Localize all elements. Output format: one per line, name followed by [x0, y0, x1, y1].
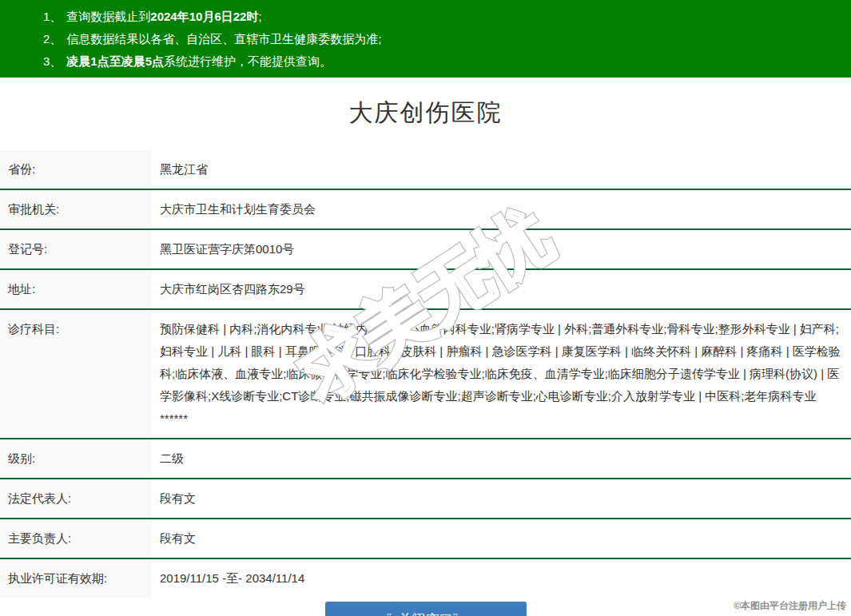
- row-label: 审批机关:: [0, 189, 152, 229]
- info-table-body: 省份:黑龙江省审批机关:大庆市卫生和计划生育委员会登记号:黑卫医证营字庆第001…: [0, 150, 851, 598]
- row-label: 省份:: [0, 150, 152, 189]
- title-area: 大庆创伤医院: [0, 77, 851, 150]
- table-row: 登记号:黑卫医证营字庆第0010号: [0, 229, 851, 269]
- row-value: 大庆市卫生和计划生育委员会: [152, 189, 851, 229]
- close-window-button[interactable]: 〖关闭窗口〗: [325, 602, 527, 616]
- row-value: 黑龙江省: [152, 150, 851, 189]
- notice-number: 1、: [43, 10, 62, 23]
- notice-item-1: 1、查询数据截止到2024年10月6日22时;: [43, 6, 843, 28]
- table-row: 审批机关:大庆市卫生和计划生育委员会: [0, 189, 851, 229]
- table-row: 级别:二级: [0, 439, 851, 479]
- notice-text: 信息数据结果以各省、自治区、直辖市卫生健康委数据为准;: [66, 32, 381, 46]
- notice-item-2: 2、信息数据结果以各省、自治区、直辖市卫生健康委数据为准;: [43, 28, 843, 50]
- row-value: 段有文: [152, 519, 851, 558]
- notice-text-bold: 凌晨1点至凌晨5点: [66, 54, 164, 68]
- table-row: 地址:大庆市红岗区杏四路东29号: [0, 269, 851, 309]
- button-row: 〖关闭窗口〗: [0, 602, 851, 616]
- notice-text: 系统进行维护，不能提供查询。: [164, 54, 332, 68]
- notice-number: 2、: [43, 32, 62, 46]
- row-label: 地址:: [0, 269, 152, 309]
- table-row: 法定代表人:段有文: [0, 479, 851, 519]
- row-value: 二级: [152, 439, 851, 479]
- notice-text-bold: 2024年10月6日22时: [150, 10, 258, 23]
- row-value: 2019/11/15 -至- 2034/11/14: [152, 558, 851, 598]
- row-label: 级别:: [0, 439, 152, 479]
- row-label: 执业许可证有效期:: [0, 558, 152, 598]
- notice-banner: 1、查询数据截止到2024年10月6日22时; 2、信息数据结果以各省、自治区、…: [0, 0, 851, 77]
- notice-text: 查询数据截止到: [66, 10, 150, 23]
- hospital-info-table: 省份:黑龙江省审批机关:大庆市卫生和计划生育委员会登记号:黑卫医证营字庆第001…: [0, 150, 851, 598]
- row-value: 黑卫医证营字庆第0010号: [152, 229, 851, 269]
- row-label: 法定代表人:: [0, 479, 152, 519]
- row-value: 大庆市红岗区杏四路东29号: [152, 269, 851, 309]
- row-label: 主要负责人:: [0, 519, 152, 558]
- page-title: 大庆创伤医院: [349, 97, 503, 129]
- row-value: 段有文: [152, 479, 851, 519]
- row-label: 诊疗科目:: [0, 309, 152, 439]
- notice-number: 3、: [43, 54, 62, 68]
- notice-text: ;: [258, 10, 261, 23]
- table-row: 诊疗科目:预防保健科 | 内科;消化内科专业;神经内科专业;心血管内科专业;肾病…: [0, 309, 851, 439]
- table-row: 执业许可证有效期:2019/11/15 -至- 2034/11/14: [0, 558, 851, 598]
- table-row: 主要负责人:段有文: [0, 519, 851, 558]
- row-value: 预防保健科 | 内科;消化内科专业;神经内科专业;心血管内科专业;肾病学专业 |…: [152, 309, 851, 439]
- row-label: 登记号:: [0, 229, 152, 269]
- notice-item-3: 3、凌晨1点至凌晨5点系统进行维护，不能提供查询。: [43, 50, 843, 73]
- table-row: 省份:黑龙江省: [0, 150, 851, 189]
